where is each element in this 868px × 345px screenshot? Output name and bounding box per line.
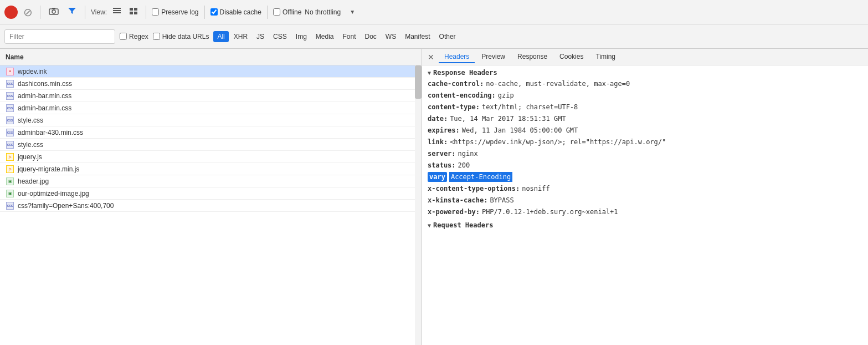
header-value: nosniff: [522, 184, 550, 194]
file-list[interactable]: ≡wpdev.inkcssdashicons.min.csscssadmin-b…: [0, 65, 422, 345]
record-button[interactable]: [4, 6, 18, 19]
type-btn-media[interactable]: Media: [312, 31, 338, 42]
file-name: admin-bar.min.css: [18, 104, 71, 112]
throttle-select[interactable]: No throttling Fast 3G Slow 3G Offline: [305, 8, 348, 16]
file-name: wpdev.ink: [18, 68, 47, 75]
close-button[interactable]: ✕: [424, 53, 438, 62]
hide-data-urls-text: Hide data URLs: [162, 33, 209, 40]
preserve-log-label[interactable]: Preserve log: [152, 8, 198, 16]
file-item[interactable]: cssadminbar-430.min.css: [0, 126, 422, 139]
header-value: PHP/7.0.12-1+deb.sury.org~xenial+1: [482, 207, 618, 217]
file-type-icon: css: [6, 140, 14, 149]
hide-data-urls-label[interactable]: Hide data URLs: [153, 33, 209, 40]
disable-cache-checkbox[interactable]: [210, 8, 218, 16]
file-item[interactable]: jsjquery-migrate.min.js: [0, 163, 422, 175]
name-header-text: Name: [6, 53, 24, 61]
file-item[interactable]: jsjquery.js: [0, 151, 422, 163]
css-icon: css: [6, 129, 14, 136]
type-btn-css[interactable]: CSS: [269, 31, 291, 42]
right-tab-timing[interactable]: Timing: [590, 51, 621, 63]
file-type-icon: ≡: [6, 67, 14, 76]
img-icon: ▣: [6, 177, 14, 185]
type-btn-other[interactable]: Other: [435, 31, 460, 42]
file-type-icon: ▣: [6, 177, 14, 186]
file-item[interactable]: cssstyle.css: [0, 114, 422, 126]
type-btn-ws[interactable]: WS: [382, 31, 400, 42]
grid-icon: [129, 7, 138, 15]
triangle-icon-req: ▼: [428, 222, 431, 229]
type-btn-img[interactable]: Img: [292, 31, 311, 42]
css-icon: css: [6, 141, 14, 149]
type-btn-all[interactable]: All: [213, 31, 228, 42]
right-tab-cookies[interactable]: Cookies: [554, 51, 589, 63]
header-key: x-powered-by:: [428, 207, 480, 217]
file-type-icon: ▣: [6, 189, 14, 198]
file-name: style.css: [18, 141, 43, 149]
svg-rect-3: [113, 8, 121, 9]
header-row: server:nginx: [428, 149, 862, 159]
sep-2: [85, 6, 85, 19]
file-type-icon: css: [6, 116, 14, 125]
right-tab-preview[interactable]: Preview: [476, 51, 511, 63]
preserve-log-checkbox[interactable]: [152, 8, 159, 16]
type-btn-font[interactable]: Font: [339, 31, 360, 42]
sep-3: [146, 6, 146, 19]
header-row: expires:Wed, 11 Jan 1984 05:00:00 GMT: [428, 125, 862, 135]
file-name: jquery.js: [18, 153, 42, 161]
file-type-icon: css: [6, 201, 14, 210]
file-item[interactable]: cssadmin-bar.min.css: [0, 90, 422, 102]
view-list-button[interactable]: [110, 6, 124, 18]
type-btn-xhr[interactable]: XHR: [230, 31, 251, 42]
file-name: dashicons.min.css: [18, 80, 72, 88]
left-panel: Name ≡wpdev.inkcssdashicons.min.csscssad…: [0, 49, 422, 345]
type-btn-doc[interactable]: Doc: [361, 31, 381, 42]
type-btn-manifest[interactable]: Manifest: [401, 31, 434, 42]
throttle-arrow: ▼: [350, 9, 355, 15]
css-icon: css: [6, 202, 14, 210]
right-tab-response[interactable]: Response: [512, 51, 553, 63]
file-name: css?family=Open+Sans:400,700: [18, 202, 114, 210]
header-row: status:200: [428, 160, 862, 170]
svg-rect-6: [130, 8, 133, 11]
header-value: Tue, 14 Mar 2017 18:51:31 GMT: [450, 114, 566, 124]
header-row: date:Tue, 14 Mar 2017 18:51:31 GMT: [428, 114, 862, 124]
sep-1: [40, 6, 40, 19]
offline-checkbox[interactable]: [273, 8, 280, 16]
css-icon: css: [6, 116, 14, 124]
stop-button[interactable]: ⊘: [21, 6, 34, 19]
header-value: BYPASS: [490, 195, 513, 205]
scrollbar-thumb[interactable]: [415, 65, 422, 99]
view-grid-button[interactable]: [127, 6, 140, 18]
svg-rect-9: [134, 12, 137, 14]
file-name: jquery-migrate.min.js: [18, 165, 79, 173]
file-item[interactable]: cssstyle.css: [0, 139, 422, 151]
file-item[interactable]: csscss?family=Open+Sans:400,700: [0, 200, 422, 212]
headers-content: ▼ Response Headerscache-control:no-cache…: [422, 65, 868, 345]
file-item[interactable]: ▣header.jpg: [0, 175, 422, 187]
right-tab-headers[interactable]: Headers: [439, 51, 475, 63]
filter-button[interactable]: [65, 6, 79, 18]
header-key: x-kinsta-cache:: [428, 195, 487, 205]
regex-label[interactable]: Regex: [120, 33, 148, 40]
js-icon: js: [6, 165, 14, 173]
header-key: server:: [428, 149, 456, 159]
header-value-highlight: Accept-Encoding: [449, 172, 512, 182]
camera-button[interactable]: [46, 6, 61, 18]
css-icon: css: [6, 92, 14, 100]
filter-input[interactable]: [4, 29, 115, 44]
type-btn-js[interactable]: JS: [253, 31, 268, 42]
svg-rect-8: [130, 12, 133, 14]
disable-cache-label[interactable]: Disable cache: [210, 8, 261, 16]
header-value: 200: [458, 160, 470, 170]
header-key: x-content-type-options:: [428, 184, 520, 194]
offline-label-container[interactable]: Offline: [273, 8, 301, 16]
file-item[interactable]: ▣our-optimized-image.jpg: [0, 187, 422, 200]
hide-data-urls-checkbox[interactable]: [153, 33, 160, 40]
regex-checkbox[interactable]: [120, 33, 127, 40]
svg-rect-7: [134, 8, 137, 11]
file-item[interactable]: ≡wpdev.ink: [0, 65, 422, 78]
file-item[interactable]: cssadmin-bar.min.css: [0, 102, 422, 114]
header-value: <https://wpdev.ink/wp-json/>; rel="https…: [450, 137, 666, 147]
css-icon: css: [6, 104, 14, 112]
file-item[interactable]: cssdashicons.min.css: [0, 78, 422, 90]
